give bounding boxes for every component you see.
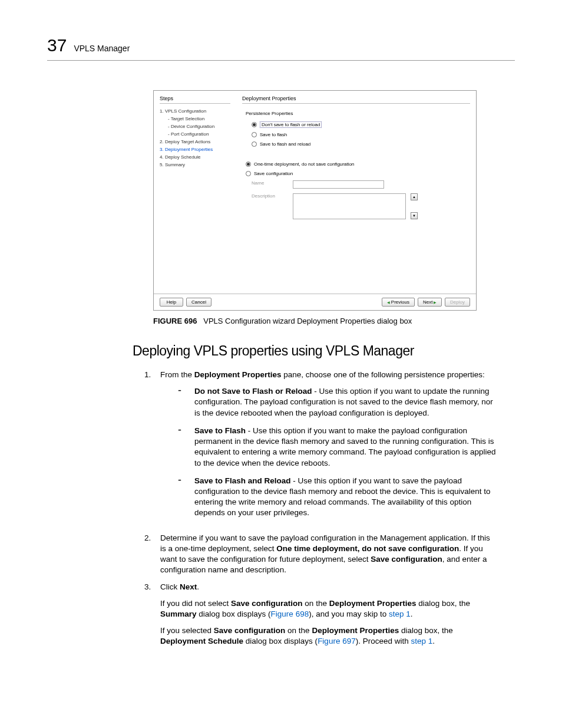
steps-panel: Steps 1. VPLS Configuration - Target Sel… — [160, 95, 230, 294]
previous-button[interactable]: Previous — [382, 298, 415, 307]
figure-link[interactable]: Figure 697 — [318, 637, 356, 645]
name-input[interactable] — [293, 180, 384, 189]
radio-save-flash-reload[interactable]: Save to flash and reload — [242, 140, 470, 148]
radio-icon — [246, 171, 251, 176]
step-deploy-target-actions[interactable]: 2. Deploy Target Actions — [160, 138, 230, 146]
steps-title: Steps — [160, 95, 230, 104]
step-link[interactable]: step 1 — [411, 637, 432, 645]
deployment-properties-panel: Deployment Properties Persistence Proper… — [242, 95, 470, 294]
dash-icon: - — [178, 426, 194, 469]
bullet-item: - Do not Save to Flash or Reload - Use t… — [160, 386, 497, 419]
list-item-2: 2. Determine if you want to save the pay… — [144, 533, 497, 576]
next-button[interactable]: Next — [418, 298, 442, 307]
page-header: 37 VPLS Manager — [47, 35, 515, 61]
step-summary[interactable]: 5. Summary — [160, 161, 230, 169]
radio-label: Save to flash — [260, 132, 287, 137]
scroll-down-button[interactable]: ▼ — [411, 212, 418, 219]
description-textarea[interactable] — [293, 193, 406, 219]
help-button[interactable]: Help — [160, 298, 183, 307]
bullet-item: - Save to Flash - Use this option if you… — [160, 426, 497, 469]
list-content: Determine if you want to save the payloa… — [160, 533, 497, 576]
list-marker: 3. — [144, 582, 160, 653]
radio-save-flash[interactable]: Save to flash — [242, 131, 470, 139]
figure-caption: FIGURE 696 VPLS Configuration wizard Dep… — [153, 317, 515, 325]
textarea-scroll: ▲ ▼ — [411, 193, 418, 219]
description-row: Description ▲ ▼ — [242, 192, 470, 220]
figure-dialog-box: Steps 1. VPLS Configuration - Target Sel… — [153, 90, 477, 311]
header-title: VPLS Manager — [74, 44, 130, 53]
radio-icon — [246, 162, 251, 167]
bullet-item: - Save to Flash and Reload - Use this op… — [160, 476, 497, 519]
paragraph: If you selected Save configuration on th… — [160, 625, 497, 647]
figure-link[interactable]: Figure 698 — [271, 610, 309, 618]
scroll-up-button[interactable]: ▲ — [411, 193, 418, 200]
radio-label: One-time deployment, do not save configu… — [254, 162, 354, 167]
radio-icon — [252, 132, 257, 137]
deployment-properties-dialog: Steps 1. VPLS Configuration - Target Sel… — [153, 90, 477, 311]
list-marker: 2. — [144, 533, 160, 576]
step-target-selection[interactable]: - Target Selection — [160, 115, 230, 123]
radio-save-config[interactable]: Save configuration — [242, 170, 470, 177]
paragraph: If you did not select Save configuration… — [160, 598, 497, 620]
chapter-number: 37 — [47, 35, 67, 55]
dialog-body: Steps 1. VPLS Configuration - Target Sel… — [154, 91, 476, 294]
step-link[interactable]: step 1 — [389, 610, 411, 618]
radio-dont-save[interactable]: Don't save to flash or reload — [242, 120, 470, 129]
persistence-properties-label: Persistence Properties — [242, 111, 470, 116]
description-label: Description — [252, 193, 288, 199]
footer-left: Help Cancel — [160, 298, 211, 307]
step-deploy-schedule[interactable]: 4. Deploy Schedule — [160, 153, 230, 161]
deploy-button[interactable]: Deploy — [445, 298, 470, 307]
radio-label: Save configuration — [254, 171, 293, 176]
bullet-list: - Do not Save to Flash or Reload - Use t… — [160, 386, 497, 518]
figure-number: FIGURE 696 — [153, 317, 197, 325]
step-device-configuration[interactable]: - Device Configuration — [160, 123, 230, 130]
radio-icon — [252, 141, 257, 147]
section-heading: Deploying VPLS properties using VPLS Man… — [133, 343, 515, 359]
name-label: Name — [252, 180, 288, 186]
list-marker: 1. — [144, 370, 160, 527]
radio-one-time[interactable]: One-time deployment, do not save configu… — [242, 160, 470, 168]
list-content: Click Next. If you did not select Save c… — [160, 582, 497, 653]
step-port-configuration[interactable]: - Port Configuration — [160, 130, 230, 138]
radio-label: Save to flash and reload — [260, 141, 310, 147]
footer-right: Previous Next Deploy — [382, 298, 470, 307]
step-vpls-configuration[interactable]: 1. VPLS Configuration — [160, 107, 230, 115]
deployment-properties-title: Deployment Properties — [242, 95, 470, 104]
figure-caption-text: VPLS Configuration wizard Deployment Pro… — [203, 317, 412, 325]
content-body: 1. From the Deployment Properties pane, … — [144, 370, 497, 653]
dash-icon: - — [178, 476, 194, 519]
dash-icon: - — [178, 386, 194, 419]
dialog-footer: Help Cancel Previous Next Deploy — [154, 294, 476, 310]
list-item-1: 1. From the Deployment Properties pane, … — [144, 370, 497, 527]
list-content: From the Deployment Properties pane, cho… — [160, 370, 497, 527]
radio-label: Don't save to flash or reload — [260, 121, 322, 128]
radio-icon — [252, 122, 257, 127]
name-row: Name — [242, 179, 470, 190]
cancel-button[interactable]: Cancel — [186, 298, 211, 307]
step-deployment-properties[interactable]: 3. Deployment Properties — [160, 146, 230, 153]
list-item-3: 3. Click Next. If you did not select Sav… — [144, 582, 497, 653]
